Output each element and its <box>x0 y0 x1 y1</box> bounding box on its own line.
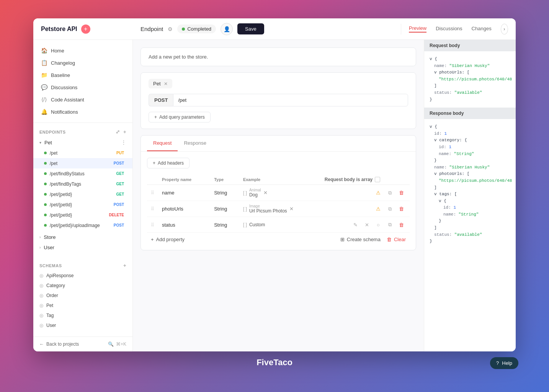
endpoints-section: ENDPOINTS ⤢ + ▾ Pet ⋮ /pet PU <box>33 123 132 256</box>
add-schema-icon[interactable]: + <box>123 263 126 268</box>
expand-icon[interactable]: ⤢ <box>116 129 120 135</box>
tab-discussions[interactable]: Discussions <box>436 26 462 32</box>
code-line: status: "available" <box>430 232 510 238</box>
discussions-icon: 💬 <box>41 84 47 90</box>
endpoint-item-post-upload[interactable]: /pet/{petId}/uploadImage POST <box>33 220 132 230</box>
th-example: Example <box>239 175 321 185</box>
more-options-icon[interactable]: ⋮ <box>121 139 126 145</box>
help-button[interactable]: ? Help <box>490 357 518 369</box>
path-input[interactable] <box>173 94 408 106</box>
method-badge-get: GET <box>114 181 126 187</box>
group-name-store: Store <box>44 234 56 240</box>
tab-changes[interactable]: Changes <box>472 26 492 32</box>
remove-example-icon[interactable]: ✕ <box>263 190 268 196</box>
gear-icon[interactable]: ⚙ <box>168 26 173 32</box>
circle-icon-button[interactable]: ○ <box>374 220 383 229</box>
schema-item-user[interactable]: ◎ User <box>33 320 132 330</box>
example-cell: [ ] Custom <box>243 222 317 227</box>
array-bracket-icon: [ ] <box>243 206 247 212</box>
add-button[interactable]: + <box>81 24 90 34</box>
chevron-right-icon[interactable]: › <box>501 24 508 34</box>
request-body-section: Request body v { name: "Siberian Husky" … <box>424 40 516 108</box>
schema-item-category[interactable]: ◎ Category <box>33 281 132 291</box>
drag-handle-icon[interactable]: ⠿ <box>151 190 154 196</box>
add-query-params-button[interactable]: + Add query parameters <box>149 112 211 122</box>
request-body-array-checkbox[interactable]: Request body is array <box>325 177 406 182</box>
endpoint-item-post-petid[interactable]: /pet/{petId} POST <box>33 199 132 210</box>
schema-item-order[interactable]: ◎ Order <box>33 291 132 301</box>
copy-icon-button[interactable]: ⧉ <box>385 204 394 214</box>
copy-icon-button[interactable]: ⧉ <box>385 188 394 198</box>
notifications-icon: 🔔 <box>41 109 47 115</box>
schema-item-pet[interactable]: ◎ Pet <box>33 301 132 310</box>
sidebar-item-home[interactable]: 🏠 Home <box>33 44 132 57</box>
schema-item-tag[interactable]: ◎ Tag <box>33 310 132 320</box>
schema-icon: ◎ <box>39 293 43 298</box>
sidebar-item-code-assistant[interactable]: ⟨/⟩ Code Assistant <box>33 93 132 106</box>
endpoint-item-get-findbystatus[interactable]: /pet/findByStatus GET <box>33 168 132 179</box>
add-headers-button[interactable]: + Add headers <box>147 158 190 168</box>
schemas-section: SCHEMAS + ◎ ApiResponse ◎ Category ◎ Ord… <box>33 256 132 334</box>
endpoint-dot <box>44 162 47 165</box>
sidebar-item-changelog[interactable]: 📋 Changelog <box>33 57 132 69</box>
bracket-icon: [ ] <box>243 222 247 227</box>
search-area[interactable]: 🔍 ⌘+K <box>108 341 126 347</box>
add-property-button[interactable]: + Add property <box>151 237 185 242</box>
delete-icon-button[interactable]: 🗑 <box>397 204 406 214</box>
tab-preview[interactable]: Preview <box>409 25 426 33</box>
property-example-cell: [ ] Custom <box>239 217 321 233</box>
method-badge-post: POST <box>111 202 126 207</box>
endpoint-item-get-petid[interactable]: /pet/{petId} GET <box>33 189 132 199</box>
endpoint-group-header-store[interactable]: › Store <box>33 232 132 242</box>
sidebar-item-notifications[interactable]: 🔔 Notifications <box>33 106 132 118</box>
endpoint-item-delete-petid[interactable]: /pet/{petId} DELETE <box>33 210 132 220</box>
remove-tag-icon[interactable]: ✕ <box>164 81 168 87</box>
warning-icon-button[interactable]: ⚠ <box>374 204 383 214</box>
save-button[interactable]: Save <box>237 23 264 34</box>
delete-icon-button[interactable]: 🗑 <box>397 220 406 229</box>
endpoint-card: Pet ✕ POST + Add query parameters <box>141 72 416 129</box>
endpoint-dot <box>44 172 47 175</box>
code-line: status: "available" <box>430 90 510 96</box>
endpoint-group-header-pet[interactable]: ▾ Pet ⋮ <box>33 137 132 148</box>
example-value: Url Picsum Photos <box>249 208 287 214</box>
code-line: id: 1 <box>430 144 510 151</box>
branding: FiveTaco <box>250 351 299 374</box>
warning-icon-button[interactable]: ⚠ <box>374 188 383 198</box>
remove-example-icon[interactable]: ✕ <box>289 206 294 212</box>
help-icon: ? <box>496 360 499 366</box>
response-body-code: v { id: 1 v category: { id: 1 name: "Str… <box>424 119 516 250</box>
endpoint-item-get-findbytags[interactable]: /pet/findByTags GET <box>33 179 132 189</box>
add-endpoint-icon[interactable]: + <box>123 129 126 135</box>
create-schema-button[interactable]: ⊞ Create schema <box>340 237 381 242</box>
checkbox[interactable] <box>375 177 380 182</box>
x-icon-button[interactable]: ✕ <box>362 220 371 229</box>
endpoint-item-put-pet[interactable]: /pet PUT <box>33 148 132 158</box>
schema-icon: ◎ <box>39 323 43 328</box>
property-name-cell: status <box>158 217 210 233</box>
tab-response[interactable]: Response <box>178 136 212 151</box>
sidebar-item-baseline[interactable]: 📁 Baseline <box>33 69 132 81</box>
sidebar-item-discussions[interactable]: 💬 Discussions <box>33 81 132 93</box>
code-line: ] <box>430 225 510 232</box>
endpoint-group-header-user[interactable]: › User <box>33 242 132 253</box>
plus-icon: + <box>154 114 157 120</box>
drag-handle-icon[interactable]: ⠿ <box>151 206 154 212</box>
schema-icon: ◎ <box>39 273 43 278</box>
section-icons: ⤢ + <box>116 129 126 135</box>
clear-button[interactable]: 🗑 Clear <box>387 237 406 242</box>
request-body-code: v { name: "Siberian Husky" v photoUrls: … <box>424 51 516 108</box>
copy-icon-button[interactable]: ⧉ <box>385 220 394 229</box>
header-right: Preview Discussions Changes › <box>401 24 508 34</box>
delete-icon-button[interactable]: 🗑 <box>397 188 406 198</box>
drag-handle-icon[interactable]: ⠿ <box>151 222 154 228</box>
schema-item-apiresponse[interactable]: ◎ ApiResponse <box>33 271 132 281</box>
avatar[interactable]: 👤 <box>221 23 233 35</box>
edit-icon-button[interactable]: ✎ <box>351 220 360 229</box>
endpoint-item-post-pet[interactable]: /pet POST <box>33 158 132 168</box>
example-value-container: Animal Dog <box>249 188 261 198</box>
tab-request[interactable]: Request <box>147 136 178 151</box>
code-line: v photoUrls: [ <box>430 69 510 76</box>
back-to-projects-link[interactable]: ← Back to projects <box>39 341 79 347</box>
request-response-tabs: Request Response + Add headers Property … <box>141 135 416 250</box>
